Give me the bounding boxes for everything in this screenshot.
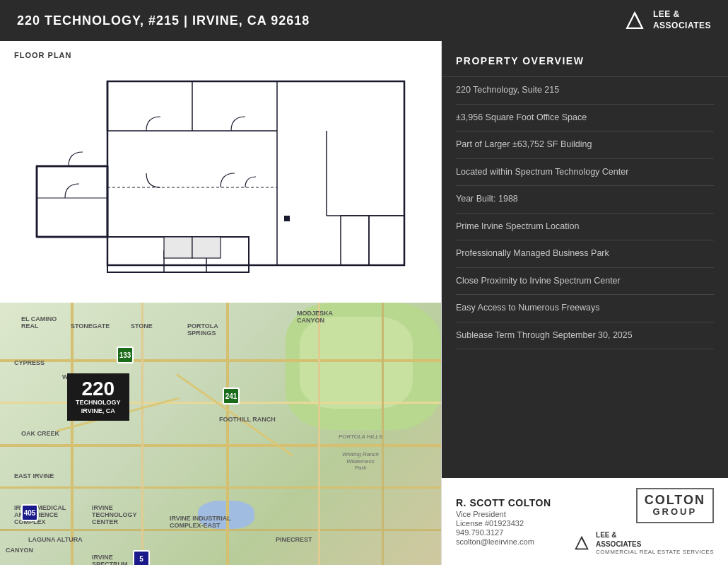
- property-list-item: Located within Spectrum Technology Cente…: [456, 159, 714, 187]
- map-label-canyon: CANYON: [6, 547, 33, 554]
- property-list-item: 220 Technology, Suite 215: [456, 77, 714, 105]
- header-address: 220 TECHNOLOGY, #215 | IRVINE, CA 92618: [17, 13, 310, 28]
- map-label-stonegate: STONEGATE: [71, 322, 110, 330]
- property-list: 220 Technology, Suite 215±3,956 Square F…: [442, 77, 728, 478]
- map-background: EL CAMINOREAL STONEGATE STONE PORTOLASPR…: [0, 303, 441, 565]
- svg-line-25: [582, 537, 586, 544]
- map-label-stone: STONE: [131, 322, 153, 330]
- property-list-item: Close Proximity to Irvine Spectrum Cente…: [456, 268, 714, 296]
- contact-email: scolton@leeirvine.com: [456, 537, 572, 546]
- svg-rect-22: [192, 237, 221, 258]
- contact-license: License #01923432: [456, 519, 572, 528]
- property-overview-header: PROPERTY OVERVIEW: [442, 41, 728, 77]
- property-list-item: Easy Access to Numerous Freeways: [456, 295, 714, 322]
- right-panel: PROPERTY OVERVIEW 220 Technology, Suite …: [442, 41, 728, 565]
- highway-133-shield: 133: [117, 346, 134, 363]
- main-content: FLOOR PLAN: [0, 41, 728, 565]
- property-list-item: Sublease Term Through September 30, 2025: [456, 322, 714, 350]
- svg-marker-0: [627, 13, 642, 28]
- map-label-irvine-industrial: IRVINE INDUSTRIALCOMPLEX-EAST: [170, 515, 231, 529]
- svg-rect-20: [284, 216, 290, 221]
- map-road-h4: [0, 487, 441, 489]
- contact-info: R. SCOTT COLTON Vice President License #…: [456, 497, 572, 546]
- map-label-whiting: Whiting RanchWildernessPark: [318, 451, 403, 472]
- highway-5-shield: 5: [133, 550, 150, 565]
- svg-rect-21: [164, 237, 192, 258]
- floor-plan-canvas: [14, 65, 427, 296]
- map-label-cypress: CYPRESS: [14, 359, 45, 366]
- map-section: EL CAMINOREAL STONEGATE STONE PORTOLASPR…: [0, 303, 441, 565]
- property-list-item: ±3,956 Square Foot Office Space: [456, 105, 714, 132]
- lee-associates-icon-bottom: [572, 533, 592, 553]
- map-label-laguna-altura: LAGUNA ALTURA: [28, 536, 83, 543]
- colton-name: COLTON: [645, 494, 705, 506]
- map-road-v1: [71, 303, 74, 565]
- lee-associates-logo-icon: [622, 8, 647, 33]
- floor-plan-svg: [23, 74, 418, 286]
- contact-footer: R. SCOTT COLTON Vice President License #…: [442, 478, 728, 565]
- header-logo: LEE & ASSOCIATES: [622, 8, 711, 33]
- floor-plan-section: FLOOR PLAN: [0, 41, 441, 303]
- property-list-item: Professionally Managed Business Park: [456, 240, 714, 268]
- lee-associates-text-bottom: LEE & ASSOCIATES COMMERCIAL REAL ESTATE …: [596, 530, 714, 555]
- map-label-pinecrest: PINECREST: [276, 536, 312, 543]
- map-location-marker: 220 TECHNOLOGY IRVINE, CA: [67, 373, 129, 421]
- page-header: 220 TECHNOLOGY, #215 | IRVINE, CA 92618 …: [0, 0, 728, 41]
- map-road-v4: [318, 303, 320, 565]
- svg-rect-17: [341, 216, 369, 265]
- lee-associates-bottom: LEE & ASSOCIATES COMMERCIAL REAL ESTATE …: [572, 530, 714, 555]
- svg-rect-7: [37, 166, 107, 237]
- map-label-el-camino: EL CAMINOREAL: [21, 315, 57, 330]
- contact-title: Vice President: [456, 510, 572, 518]
- floor-plan-label: FLOOR PLAN: [14, 51, 427, 59]
- property-list-item: Prime Irvine Spectrum Location: [456, 214, 714, 241]
- map-road-v2: [141, 303, 143, 565]
- svg-marker-24: [576, 537, 588, 549]
- marker-sub2: IRVINE, CA: [76, 407, 121, 416]
- lee-associates-logo-text: LEE & ASSOCIATES: [653, 9, 711, 31]
- map-label-portola-hills: PORTOLA HILLS: [325, 433, 396, 441]
- highway-241-shield: 241: [223, 388, 240, 404]
- map-road-h5: [0, 529, 441, 531]
- marker-sub1: TECHNOLOGY: [76, 399, 121, 407]
- map-label-irvine-spectrum: IRVINESPECTRUMCENTER: [92, 554, 128, 565]
- contact-name: R. SCOTT COLTON: [456, 497, 572, 508]
- property-list-item: Part of Larger ±63,752 SF Building: [456, 132, 714, 159]
- colton-group: GROUP: [652, 506, 697, 518]
- svg-line-1: [635, 13, 640, 23]
- map-label-modjeska: ModjeskaCanyon: [297, 310, 333, 324]
- map-label-east-irvine: EAST IRVINE: [14, 472, 54, 479]
- map-road-h3: [0, 444, 441, 447]
- map-road-h1: [0, 359, 441, 362]
- map-label-oak-creek: OAK CREEK: [21, 430, 59, 437]
- map-label-foothill: FOOTHILL RANCH: [219, 416, 276, 423]
- svg-rect-18: [369, 216, 404, 265]
- left-panel: FLOOR PLAN: [0, 41, 442, 565]
- map-label-portola-springs: PORTOLASPRINGS: [187, 322, 218, 337]
- map-green-area-2: [300, 317, 413, 409]
- marker-number: 220: [76, 379, 121, 399]
- map-label-irvine-tech: IRVINETECHNOLOGYCENTER: [92, 504, 137, 525]
- property-list-item: Year Built: 1988: [456, 186, 714, 214]
- contact-phone: 949.790.3127: [456, 528, 572, 537]
- colton-group-logo: COLTON GROUP: [636, 488, 714, 523]
- contact-right: COLTON GROUP LEE & ASSOCIATES COMMERCIAL…: [572, 488, 714, 555]
- highway-405-shield: 405: [21, 504, 38, 521]
